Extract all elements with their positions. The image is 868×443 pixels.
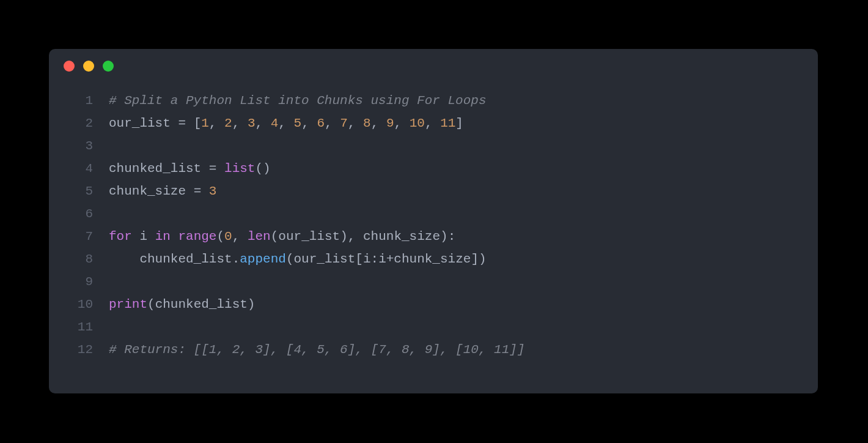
code-line: 11 bbox=[66, 316, 801, 338]
code-token: len bbox=[248, 229, 271, 244]
minimize-icon[interactable] bbox=[83, 61, 94, 72]
code-line: 5chunk_size = 3 bbox=[66, 180, 801, 203]
code-line: 1# Split a Python List into Chunks using… bbox=[66, 89, 801, 112]
code-text: for i in range(0, len(our_list), chunk_s… bbox=[109, 225, 801, 248]
code-token: 6 bbox=[317, 116, 325, 130]
code-line: 9 bbox=[66, 270, 801, 293]
code-line: 10print(chunked_list) bbox=[66, 293, 801, 316]
code-token: 3 bbox=[248, 116, 256, 130]
code-token: ( bbox=[147, 297, 155, 311]
code-line: 2our_list = [1, 2, 3, 4, 5, 6, 7, 8, 9, … bbox=[66, 112, 801, 135]
code-token: # Returns: [[1, 2, 3], [4, 5, 6], [7, 8,… bbox=[109, 343, 525, 357]
line-number: 6 bbox=[66, 203, 109, 225]
code-token: : bbox=[371, 252, 379, 266]
code-token: , bbox=[325, 116, 340, 130]
code-token: , bbox=[348, 229, 363, 244]
code-token: chunked_list bbox=[155, 297, 248, 311]
code-token: = bbox=[186, 184, 209, 198]
code-token: , bbox=[371, 116, 386, 130]
code-line: 4chunked_list = list() bbox=[66, 157, 801, 180]
code-token: ] bbox=[455, 116, 463, 130]
code-token: 7 bbox=[340, 116, 348, 130]
code-token: ) bbox=[440, 229, 448, 244]
code-token: chunked_list bbox=[109, 162, 201, 176]
code-token: in bbox=[155, 229, 171, 244]
code-token: , bbox=[209, 116, 224, 130]
line-number: 4 bbox=[66, 157, 109, 180]
code-text: print(chunked_list) bbox=[109, 293, 801, 316]
line-number: 3 bbox=[66, 135, 109, 157]
code-text bbox=[109, 270, 801, 293]
code-token: ( bbox=[271, 229, 279, 244]
code-token: , bbox=[301, 116, 317, 130]
code-token: ( bbox=[286, 252, 294, 266]
code-token: . bbox=[232, 252, 240, 266]
code-text: our_list = [1, 2, 3, 4, 5, 6, 7, 8, 9, 1… bbox=[109, 112, 801, 135]
code-token: range bbox=[178, 229, 216, 244]
code-token: for bbox=[109, 229, 132, 244]
code-text bbox=[109, 135, 801, 157]
code-token: [ bbox=[355, 252, 363, 266]
code-token: our_list bbox=[278, 229, 340, 244]
code-token: , bbox=[232, 116, 248, 130]
code-line: 8 chunked_list.append(our_list[i:i+chunk… bbox=[66, 248, 801, 270]
line-number: 7 bbox=[66, 225, 109, 248]
line-number: 1 bbox=[66, 89, 109, 112]
zoom-icon[interactable] bbox=[103, 61, 114, 72]
code-token: , bbox=[394, 116, 409, 130]
code-token: , bbox=[232, 229, 248, 244]
code-token: ] bbox=[471, 252, 479, 266]
code-token: [ bbox=[194, 116, 202, 130]
code-text: chunked_list = list() bbox=[109, 157, 801, 180]
code-token: 1 bbox=[201, 116, 209, 130]
code-text: # Returns: [[1, 2, 3], [4, 5, 6], [7, 8,… bbox=[109, 338, 801, 361]
code-token: () bbox=[255, 162, 270, 176]
window-titlebar bbox=[49, 49, 818, 83]
code-text: chunk_size = 3 bbox=[109, 180, 801, 203]
code-token: ) bbox=[340, 229, 348, 244]
line-number: 8 bbox=[66, 248, 109, 270]
code-token: chunk_size bbox=[109, 184, 186, 198]
code-token: chunk_size bbox=[394, 252, 471, 266]
code-token: i bbox=[132, 229, 155, 244]
code-line: 3 bbox=[66, 135, 801, 157]
code-token: # Split a Python List into Chunks using … bbox=[109, 94, 487, 108]
code-token: = bbox=[201, 162, 224, 176]
code-token: i bbox=[378, 252, 386, 266]
code-token: ) bbox=[248, 297, 256, 311]
code-token: 0 bbox=[224, 229, 232, 244]
close-icon[interactable] bbox=[64, 61, 75, 72]
code-token: our_list bbox=[293, 252, 355, 266]
line-number: 9 bbox=[66, 270, 109, 293]
code-token: 9 bbox=[386, 116, 394, 130]
code-line: 6 bbox=[66, 203, 801, 225]
code-block: 1# Split a Python List into Chunks using… bbox=[49, 83, 818, 378]
code-token: ) bbox=[479, 252, 487, 266]
code-token: = bbox=[171, 116, 194, 130]
code-token: chunk_size bbox=[363, 229, 440, 244]
code-token: + bbox=[386, 252, 394, 266]
code-line: 12# Returns: [[1, 2, 3], [4, 5, 6], [7, … bbox=[66, 338, 801, 361]
line-number: 11 bbox=[66, 316, 109, 338]
code-text bbox=[109, 316, 801, 338]
code-text: chunked_list.append(our_list[i:i+chunk_s… bbox=[109, 248, 801, 270]
code-token: our_list bbox=[109, 116, 171, 130]
code-token: , bbox=[348, 116, 363, 130]
code-token: print bbox=[109, 297, 147, 311]
line-number: 12 bbox=[66, 338, 109, 361]
code-token: append bbox=[240, 252, 286, 266]
code-token: , bbox=[425, 116, 440, 130]
line-number: 2 bbox=[66, 112, 109, 135]
code-text: # Split a Python List into Chunks using … bbox=[109, 89, 801, 112]
code-token: chunked_list bbox=[109, 252, 232, 266]
code-token: 5 bbox=[294, 116, 302, 130]
line-number: 5 bbox=[66, 180, 109, 203]
code-token: 10 bbox=[410, 116, 425, 130]
code-token: 2 bbox=[224, 116, 232, 130]
code-token: , bbox=[256, 116, 271, 130]
code-token: 4 bbox=[271, 116, 279, 130]
code-text bbox=[109, 203, 801, 225]
code-token: ( bbox=[216, 229, 224, 244]
code-token bbox=[171, 229, 178, 244]
code-token: i bbox=[363, 252, 371, 266]
